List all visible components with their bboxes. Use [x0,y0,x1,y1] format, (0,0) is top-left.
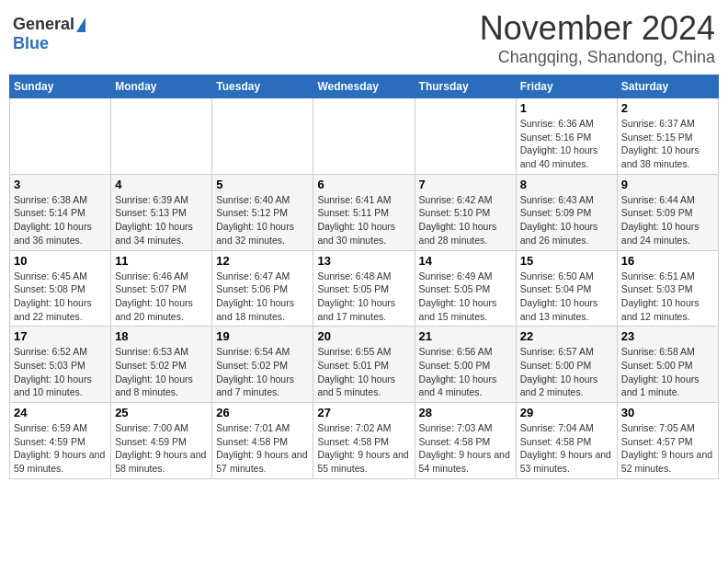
day-number: 13 [317,254,410,268]
day-info: Sunrise: 6:52 AM Sunset: 5:03 PM Dayligh… [14,345,107,399]
day-number: 27 [317,406,410,419]
day-number: 20 [317,329,410,343]
day-number: 25 [115,406,208,419]
weekday-header-saturday: Saturday [617,75,718,98]
calendar-cell: 30Sunrise: 7:05 AM Sunset: 4:57 PM Dayli… [617,403,718,479]
calendar-cell: 12Sunrise: 6:47 AM Sunset: 5:06 PM Dayli… [212,250,313,327]
logo-triangle-icon [76,17,85,32]
day-number: 23 [621,329,714,343]
day-number: 14 [419,254,512,268]
weekday-header-tuesday: Tuesday [212,75,313,98]
day-number: 30 [621,406,714,419]
calendar-cell: 11Sunrise: 6:46 AM Sunset: 5:07 PM Dayli… [111,250,212,327]
logo: General Blue [13,15,85,53]
day-info: Sunrise: 6:53 AM Sunset: 5:02 PM Dayligh… [115,345,208,399]
day-number: 21 [419,329,512,343]
weekday-header-sunday: Sunday [10,75,111,98]
day-info: Sunrise: 6:46 AM Sunset: 5:07 PM Dayligh… [115,270,208,324]
calendar-table: SundayMondayTuesdayWednesdayThursdayFrid… [9,75,719,479]
day-number: 4 [115,178,208,191]
calendar-cell: 22Sunrise: 6:57 AM Sunset: 5:00 PM Dayli… [516,327,617,403]
weekday-header-friday: Friday [516,75,617,98]
day-number: 19 [216,329,309,343]
day-info: Sunrise: 6:58 AM Sunset: 5:00 PM Dayligh… [621,345,714,399]
calendar-cell: 4Sunrise: 6:39 AM Sunset: 5:13 PM Daylig… [111,174,212,250]
day-info: Sunrise: 6:49 AM Sunset: 5:05 PM Dayligh… [419,270,512,324]
day-info: Sunrise: 6:51 AM Sunset: 5:03 PM Dayligh… [621,270,714,324]
calendar-cell: 16Sunrise: 6:51 AM Sunset: 5:03 PM Dayli… [617,250,718,327]
day-number: 8 [520,178,613,191]
day-info: Sunrise: 7:03 AM Sunset: 4:58 PM Dayligh… [419,421,512,476]
calendar-cell: 2Sunrise: 6:37 AM Sunset: 5:15 PM Daylig… [617,98,718,175]
weekday-header-thursday: Thursday [415,75,516,98]
calendar-cell: 17Sunrise: 6:52 AM Sunset: 5:03 PM Dayli… [10,327,111,403]
calendar-cell [415,98,516,175]
calendar-cell: 28Sunrise: 7:03 AM Sunset: 4:58 PM Dayli… [415,403,516,479]
title-block: November 2024 Changqing, Shandong, China [480,9,715,67]
day-info: Sunrise: 6:54 AM Sunset: 5:02 PM Dayligh… [216,345,309,399]
day-info: Sunrise: 7:00 AM Sunset: 4:59 PM Dayligh… [115,421,208,476]
calendar-week-5: 24Sunrise: 6:59 AM Sunset: 4:59 PM Dayli… [10,403,719,479]
calendar-cell: 21Sunrise: 6:56 AM Sunset: 5:00 PM Dayli… [415,327,516,403]
day-number: 7 [419,178,512,191]
weekday-header-monday: Monday [111,75,212,98]
calendar-cell: 24Sunrise: 6:59 AM Sunset: 4:59 PM Dayli… [10,403,111,479]
day-number: 29 [520,406,613,419]
day-number: 17 [14,329,107,343]
calendar-cell: 18Sunrise: 6:53 AM Sunset: 5:02 PM Dayli… [111,327,212,403]
calendar-cell: 14Sunrise: 6:49 AM Sunset: 5:05 PM Dayli… [415,250,516,327]
calendar-cell: 26Sunrise: 7:01 AM Sunset: 4:58 PM Dayli… [212,403,313,479]
calendar-cell: 3Sunrise: 6:38 AM Sunset: 5:14 PM Daylig… [10,174,111,250]
calendar-week-3: 10Sunrise: 6:45 AM Sunset: 5:08 PM Dayli… [10,250,719,327]
calendar-cell: 25Sunrise: 7:00 AM Sunset: 4:59 PM Dayli… [111,403,212,479]
day-info: Sunrise: 7:02 AM Sunset: 4:58 PM Dayligh… [317,421,410,476]
calendar-cell: 27Sunrise: 7:02 AM Sunset: 4:58 PM Dayli… [313,403,415,479]
calendar-cell: 19Sunrise: 6:54 AM Sunset: 5:02 PM Dayli… [212,327,313,403]
calendar-cell: 9Sunrise: 6:44 AM Sunset: 5:09 PM Daylig… [617,174,718,250]
calendar-week-4: 17Sunrise: 6:52 AM Sunset: 5:03 PM Dayli… [10,327,719,403]
day-info: Sunrise: 6:56 AM Sunset: 5:00 PM Dayligh… [419,345,512,399]
day-number: 5 [216,178,309,191]
day-number: 15 [520,254,613,268]
calendar-cell: 15Sunrise: 6:50 AM Sunset: 5:04 PM Dayli… [516,250,617,327]
calendar-cell: 23Sunrise: 6:58 AM Sunset: 5:00 PM Dayli… [617,327,718,403]
day-info: Sunrise: 6:59 AM Sunset: 4:59 PM Dayligh… [14,421,107,476]
weekday-header-wednesday: Wednesday [313,75,415,98]
calendar-cell: 8Sunrise: 6:43 AM Sunset: 5:09 PM Daylig… [516,174,617,250]
day-info: Sunrise: 6:40 AM Sunset: 5:12 PM Dayligh… [216,193,309,247]
day-info: Sunrise: 7:04 AM Sunset: 4:58 PM Dayligh… [520,421,613,476]
calendar-cell: 7Sunrise: 6:42 AM Sunset: 5:10 PM Daylig… [415,174,516,250]
day-info: Sunrise: 6:44 AM Sunset: 5:09 PM Dayligh… [621,193,714,247]
calendar-cell: 1Sunrise: 6:36 AM Sunset: 5:16 PM Daylig… [516,98,617,175]
calendar-cell [212,98,313,175]
day-info: Sunrise: 6:45 AM Sunset: 5:08 PM Dayligh… [14,270,107,324]
day-number: 2 [621,101,714,115]
calendar-cell: 20Sunrise: 6:55 AM Sunset: 5:01 PM Dayli… [313,327,415,403]
day-number: 24 [14,406,107,419]
day-number: 18 [115,329,208,343]
logo-general-text: General [13,15,74,34]
day-number: 11 [115,254,208,268]
day-number: 22 [520,329,613,343]
day-info: Sunrise: 7:01 AM Sunset: 4:58 PM Dayligh… [216,421,309,476]
calendar-week-1: 1Sunrise: 6:36 AM Sunset: 5:16 PM Daylig… [10,98,719,175]
logo-blue-text: Blue [13,34,49,53]
day-number: 9 [621,178,714,191]
weekday-header-row: SundayMondayTuesdayWednesdayThursdayFrid… [10,75,719,98]
day-info: Sunrise: 6:43 AM Sunset: 5:09 PM Dayligh… [520,193,613,247]
day-info: Sunrise: 6:55 AM Sunset: 5:01 PM Dayligh… [317,345,410,399]
day-info: Sunrise: 6:37 AM Sunset: 5:15 PM Dayligh… [621,117,714,171]
calendar-cell: 10Sunrise: 6:45 AM Sunset: 5:08 PM Dayli… [10,250,111,327]
day-info: Sunrise: 6:48 AM Sunset: 5:05 PM Dayligh… [317,270,410,324]
day-info: Sunrise: 6:47 AM Sunset: 5:06 PM Dayligh… [216,270,309,324]
day-number: 6 [317,178,410,191]
day-info: Sunrise: 6:38 AM Sunset: 5:14 PM Dayligh… [14,193,107,247]
page-header: General Blue November 2024 Changqing, Sh… [9,9,719,67]
day-info: Sunrise: 6:39 AM Sunset: 5:13 PM Dayligh… [115,193,208,247]
day-number: 3 [14,178,107,191]
day-number: 10 [14,254,107,268]
calendar-cell [111,98,212,175]
location-title: Changqing, Shandong, China [480,48,715,67]
calendar-week-2: 3Sunrise: 6:38 AM Sunset: 5:14 PM Daylig… [10,174,719,250]
day-info: Sunrise: 6:57 AM Sunset: 5:00 PM Dayligh… [520,345,613,399]
